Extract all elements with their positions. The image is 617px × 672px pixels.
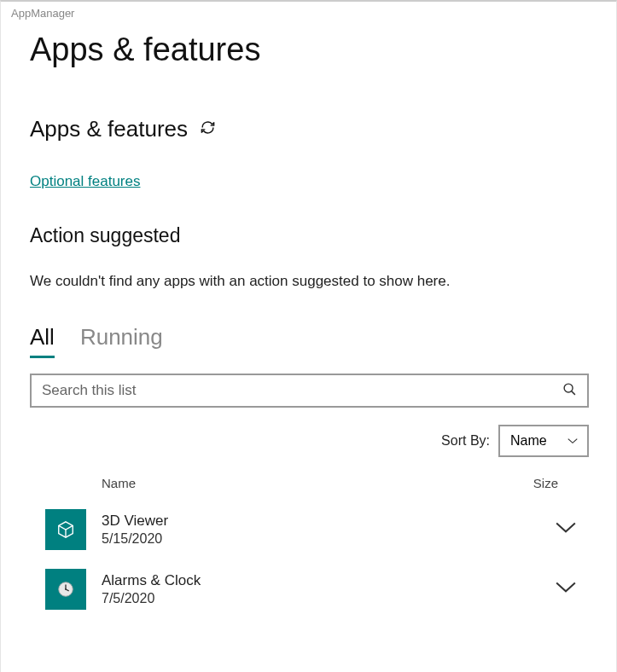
page-title: Apps & features (30, 32, 589, 68)
column-name: Name (102, 476, 533, 490)
chevron-down-icon (567, 433, 579, 449)
optional-features-link[interactable]: Optional features (30, 173, 140, 190)
app-row[interactable]: 3D Viewer 5/15/2020 (30, 509, 589, 550)
tab-running[interactable]: Running (80, 324, 163, 358)
app-date: 5/15/2020 (102, 531, 555, 547)
search-input[interactable] (42, 382, 562, 399)
clock-icon (45, 569, 86, 610)
search-icon[interactable] (562, 382, 577, 400)
cube-icon (45, 509, 86, 550)
column-size: Size (533, 476, 558, 490)
columns-header: Name Size (30, 476, 589, 490)
status-text: We couldn't find any apps with an action… (30, 273, 589, 290)
app-row[interactable]: Alarms & Clock 7/5/2020 (30, 569, 589, 610)
tab-all[interactable]: All (30, 324, 55, 358)
sort-selected-value: Name (510, 433, 547, 449)
chevron-down-icon[interactable] (555, 521, 577, 538)
search-box[interactable] (30, 374, 589, 408)
sort-select[interactable]: Name (498, 425, 589, 457)
chevron-down-icon[interactable] (555, 581, 577, 598)
action-suggested-heading: Action suggested (30, 224, 589, 247)
svg-line-1 (572, 391, 575, 394)
app-name: Alarms & Clock (102, 572, 555, 589)
app-name: 3D Viewer (102, 513, 555, 530)
refresh-icon[interactable] (200, 119, 216, 139)
window-title: AppManager (1, 2, 616, 23)
app-date: 7/5/2020 (102, 591, 555, 606)
sort-by-label: Sort By: (441, 433, 490, 449)
tabs: All Running (30, 324, 589, 358)
svg-point-7 (65, 588, 67, 590)
section-heading: Apps & features (30, 116, 188, 142)
svg-point-0 (564, 384, 573, 392)
